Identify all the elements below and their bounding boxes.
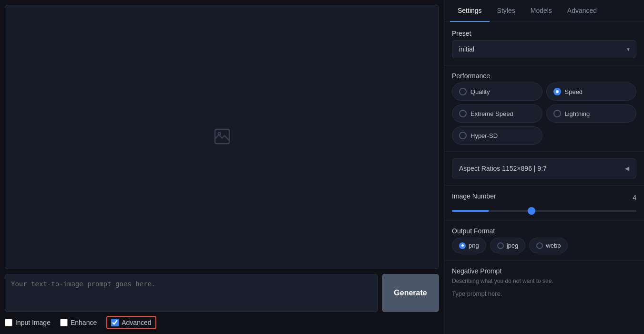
perf-btn-speed[interactable]: Speed <box>546 83 637 101</box>
right-panel: Settings Styles Models Advanced Preset i… <box>444 0 644 334</box>
prompt-textarea[interactable] <box>5 274 378 312</box>
prompt-area: Generate <box>5 274 439 312</box>
generate-button[interactable]: Generate <box>382 274 439 312</box>
canvas-area <box>5 5 439 269</box>
jpeg-label: jpeg <box>507 242 519 249</box>
enhance-checkbox-item[interactable]: Enhance <box>60 319 97 326</box>
divider-1 <box>444 65 644 65</box>
preset-select-wrapper: initial custom default <box>452 40 636 58</box>
png-radio <box>459 242 466 249</box>
perf-btn-extreme-speed[interactable]: Extreme Speed <box>452 104 542 123</box>
negative-prompt-subtitle: Describing what you do not want to see. <box>452 278 636 284</box>
divider-4 <box>444 220 644 220</box>
lightning-radio <box>553 110 561 117</box>
webp-radio <box>536 242 543 249</box>
advanced-wrapper: Advanced <box>106 316 156 329</box>
tabs: Settings Styles Models Advanced <box>444 0 644 22</box>
lightning-label: Lightning <box>565 110 590 117</box>
input-image-checkbox-item[interactable]: Input Image <box>5 319 51 326</box>
advanced-label: Advanced <box>122 319 151 326</box>
format-row: png jpeg webp <box>452 238 636 253</box>
image-number-slider[interactable] <box>452 210 636 212</box>
png-label: png <box>469 242 479 249</box>
preset-section: Preset initial custom default <box>452 30 636 58</box>
preset-label: Preset <box>452 30 636 37</box>
image-number-value: 4 <box>633 194 636 201</box>
aspect-ratio-arrow-icon: ◀ <box>625 165 629 172</box>
image-number-section: Image Number 4 <box>452 192 636 213</box>
quality-radio <box>459 88 467 95</box>
format-btn-png[interactable]: png <box>452 238 486 253</box>
performance-section: Performance Quality Speed Extreme Speed <box>452 72 636 145</box>
divider-5 <box>444 260 644 261</box>
negative-prompt-label: Negative Prompt <box>452 267 636 275</box>
preset-select[interactable]: initial custom default <box>452 40 636 58</box>
quality-label: Quality <box>470 88 490 95</box>
image-placeholder-icon <box>213 127 232 147</box>
bottom-bar: Input Image Enhance Advanced <box>5 316 439 329</box>
panel-content: Preset initial custom default Performanc… <box>444 22 644 307</box>
negative-prompt-section: Negative Prompt Describing what you do n… <box>452 267 636 299</box>
tab-styles[interactable]: Styles <box>490 0 523 22</box>
perf-btn-quality[interactable]: Quality <box>452 83 542 101</box>
hyper-sd-label: Hyper-SD <box>470 132 498 139</box>
left-panel: Generate Input Image Enhance Advanced <box>0 0 444 334</box>
jpeg-radio <box>497 242 504 249</box>
format-btn-webp[interactable]: webp <box>529 238 568 253</box>
extreme-speed-radio <box>459 110 467 117</box>
perf-btn-hyper-sd[interactable]: Hyper-SD <box>452 126 542 145</box>
svg-point-1 <box>218 132 220 135</box>
tab-models[interactable]: Models <box>523 0 560 22</box>
output-format-label: Output Format <box>452 227 636 235</box>
enhance-checkbox[interactable] <box>60 319 68 326</box>
extreme-speed-label: Extreme Speed <box>470 110 513 117</box>
perf-btn-lightning[interactable]: Lightning <box>546 104 637 123</box>
input-image-checkbox[interactable] <box>5 319 12 326</box>
webp-label: webp <box>546 242 561 249</box>
performance-grid: Quality Speed Extreme Speed Lightning <box>452 83 636 145</box>
aspect-ratio-row[interactable]: Aspect Ratios 1152×896 | 9:7 ◀ <box>452 158 636 178</box>
tab-advanced[interactable]: Advanced <box>560 0 604 22</box>
input-image-label: Input Image <box>15 319 51 326</box>
advanced-checkbox[interactable] <box>111 319 119 326</box>
hyper-sd-radio <box>459 132 467 139</box>
aspect-ratio-label: Aspect Ratios 1152×896 | 9:7 <box>459 165 547 172</box>
performance-label: Performance <box>452 72 636 80</box>
speed-radio <box>553 88 561 95</box>
output-format-section: Output Format png jpeg webp <box>452 227 636 253</box>
format-btn-jpeg[interactable]: jpeg <box>490 238 526 253</box>
enhance-label: Enhance <box>71 319 97 326</box>
tab-settings[interactable]: Settings <box>450 0 490 22</box>
negative-prompt-input[interactable] <box>452 288 636 299</box>
divider-2 <box>444 151 644 152</box>
divider-3 <box>444 185 644 186</box>
image-number-label: Image Number <box>452 192 496 200</box>
image-number-row: Image Number 4 <box>452 192 636 203</box>
speed-label: Speed <box>565 88 583 95</box>
advanced-checkbox-item[interactable]: Advanced <box>111 319 151 326</box>
